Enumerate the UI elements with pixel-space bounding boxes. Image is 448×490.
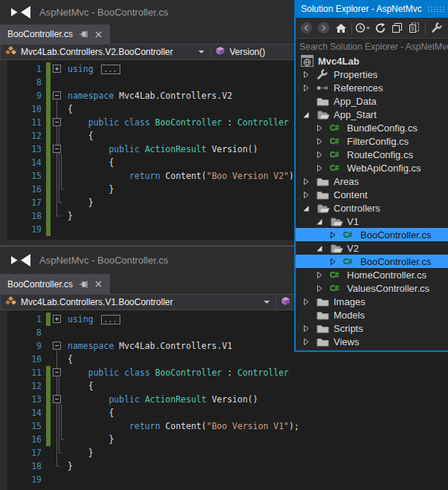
expand-icon[interactable]: [303, 191, 311, 199]
code-text[interactable]: }: [68, 196, 94, 209]
code-line[interactable]: 16 }: [0, 433, 448, 446]
tab-boocontroller[interactable]: BooController.cs: [0, 24, 110, 44]
code-text[interactable]: return Content("Boo Version V1");: [68, 419, 299, 433]
class-dropdown[interactable]: Mvc4Lab.Controllers.V1.BooController: [0, 294, 276, 310]
code-text[interactable]: {: [68, 406, 114, 419]
expand-icon[interactable]: [303, 177, 311, 186]
search-input[interactable]: Search Solution Explorer - AspNetMvc: [296, 38, 448, 54]
code-text[interactable]: }: [68, 446, 94, 460]
collapse-region-icon[interactable]: −: [53, 91, 61, 99]
code-text[interactable]: {: [68, 129, 94, 143]
code-text[interactable]: using ...: [68, 313, 120, 327]
tree-item-v1[interactable]: V1: [296, 215, 448, 228]
history-icon[interactable]: [354, 20, 371, 36]
tree-item-app-start[interactable]: App_Start: [296, 108, 448, 121]
solution-explorer-titlebar[interactable]: Solution Explorer - AspNetMvc: [296, 0, 448, 18]
tree-item-routeconfig-cs[interactable]: C#RouteConfig.cs: [296, 148, 448, 161]
tree-item-boocontroller-cs[interactable]: C#BooController.cs: [296, 255, 448, 268]
code-line[interactable]: 13− public ActionResult Version(): [0, 393, 448, 406]
close-icon[interactable]: [94, 30, 103, 39]
show-all-files-icon[interactable]: [406, 20, 423, 36]
collapse-region-icon[interactable]: −: [53, 342, 61, 350]
code-text[interactable]: using ...: [68, 62, 120, 76]
tree-item-app-data[interactable]: App_Data: [296, 94, 448, 108]
expand-icon[interactable]: [316, 137, 324, 146]
code-text[interactable]: }: [68, 460, 73, 473]
tree-item-views[interactable]: Views: [296, 335, 448, 348]
code-text[interactable]: {: [68, 353, 73, 366]
tree-item-homecontroller-cs[interactable]: C#HomeController.cs: [296, 268, 448, 281]
tree-item-v2[interactable]: V2: [296, 241, 448, 255]
code-line[interactable]: 12 {: [0, 379, 448, 393]
tree-item-content[interactable]: Content: [296, 188, 448, 201]
expand-icon[interactable]: [316, 124, 324, 132]
expand-icon[interactable]: [316, 151, 324, 159]
tree-item-filterconfig-cs[interactable]: C#FilterConfig.cs: [296, 134, 448, 148]
code-line[interactable]: 10{: [0, 353, 448, 366]
code-line[interactable]: 17 }: [0, 446, 448, 460]
code-text[interactable]: return Content("Boo Version V2");: [68, 169, 299, 183]
expand-region-icon[interactable]: +: [53, 315, 61, 323]
expand-icon[interactable]: [330, 258, 337, 266]
expand-icon[interactable]: [316, 284, 324, 293]
code-text[interactable]: }: [68, 209, 73, 223]
collapse-icon[interactable]: [303, 204, 311, 212]
expand-icon[interactable]: [303, 338, 311, 346]
code-text[interactable]: {: [68, 156, 114, 169]
pin-icon[interactable]: [79, 30, 88, 39]
code-text[interactable]: public ActionResult Version(): [68, 393, 258, 406]
refresh-icon[interactable]: [371, 20, 389, 36]
tree-item-valuescontroller-cs[interactable]: C#ValuesController.cs: [296, 281, 448, 295]
code-text[interactable]: public ActionResult Version(): [68, 143, 258, 156]
collapse-icon[interactable]: [316, 244, 324, 252]
collapse-region-icon[interactable]: −: [53, 368, 61, 376]
tree-item-controllers[interactable]: Controllers: [296, 201, 448, 215]
code-text[interactable]: public class BooController : Controller: [68, 116, 289, 129]
tree-item-images[interactable]: Images: [296, 295, 448, 308]
tree-item-references[interactable]: References: [296, 81, 448, 94]
collapse-region-icon[interactable]: −: [53, 145, 61, 153]
collapse-icon[interactable]: [316, 218, 324, 226]
expand-icon[interactable]: [316, 164, 324, 172]
expand-icon[interactable]: [303, 298, 311, 306]
code-text[interactable]: }: [68, 433, 114, 446]
expand-icon[interactable]: [303, 84, 311, 92]
code-line[interactable]: 11− public class BooController : Control…: [0, 366, 448, 379]
method-dropdown-button[interactable]: [276, 294, 295, 310]
expand-icon[interactable]: [330, 231, 337, 239]
code-text[interactable]: }: [68, 183, 114, 196]
tree-item-scripts[interactable]: Scripts: [296, 321, 448, 335]
copy-docs-icon[interactable]: [389, 20, 406, 36]
tree-item-areas[interactable]: Areas: [296, 174, 448, 188]
tree-item-webapiconfig-cs[interactable]: C#WebApiConfig.cs: [296, 161, 448, 174]
tree-item-partial[interactable]: [296, 348, 448, 350]
wrench-icon[interactable]: [428, 20, 445, 36]
tree-item-models[interactable]: Models: [296, 308, 448, 321]
code-text[interactable]: public class BooController : Controller: [68, 366, 289, 379]
code-text[interactable]: namespace Mvc4Lab.Controllers.V1: [68, 339, 233, 353]
collapse-region-icon[interactable]: −: [53, 395, 61, 403]
tree-item-boocontroller-cs[interactable]: C#BooController.cs: [296, 228, 448, 241]
code-line[interactable]: 18}: [0, 460, 448, 473]
code-text[interactable]: {: [68, 379, 94, 393]
class-dropdown[interactable]: Mvc4Lab.Controllers.V2.BooController: [0, 44, 211, 60]
expand-icon[interactable]: [303, 71, 311, 79]
collapse-region-icon[interactable]: −: [53, 118, 61, 126]
code-text[interactable]: {: [68, 102, 73, 116]
code-line[interactable]: 15 return Content("Boo Version V1");: [0, 419, 448, 433]
collapse-icon[interactable]: [303, 111, 311, 119]
code-line[interactable]: 14 {: [0, 406, 448, 419]
code-text[interactable]: namespace Mvc4Lab.Controllers.V2: [68, 89, 233, 102]
expand-icon[interactable]: [303, 324, 311, 333]
back-icon[interactable]: [298, 20, 315, 36]
tree-item-mvc4lab[interactable]: Mvc4Lab: [296, 54, 448, 68]
collapsed-region-box[interactable]: ...: [101, 65, 120, 74]
pin-icon[interactable]: [79, 280, 88, 289]
home-icon[interactable]: [332, 20, 349, 36]
expand-icon[interactable]: [316, 271, 324, 279]
forward-icon[interactable]: [315, 20, 332, 36]
collapsed-region-box[interactable]: ...: [101, 315, 120, 324]
tree-item-bundleconfig-cs[interactable]: C#BundleConfig.cs: [296, 121, 448, 134]
code-line[interactable]: 19: [0, 473, 448, 486]
tab-boocontroller[interactable]: BooController.cs: [0, 274, 110, 294]
